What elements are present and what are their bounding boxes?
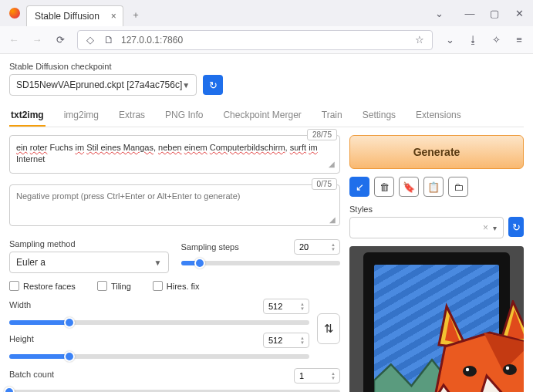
clear-styles-icon[interactable]: × <box>483 222 488 233</box>
download-icon[interactable]: ⭳ <box>467 34 479 46</box>
resize-handle-icon[interactable]: ◢ <box>329 215 336 224</box>
stepper-icon[interactable]: ▲▼ <box>331 240 339 254</box>
fox-graphic <box>430 300 524 392</box>
url-bar[interactable]: ◇ 🗋 127.0.0.1:7860 ☆ <box>77 30 433 50</box>
close-tab-icon[interactable]: × <box>111 11 116 22</box>
extensions-icon[interactable]: ✧ <box>490 34 502 46</box>
browser-tab[interactable]: Stable Diffusion × <box>26 5 123 26</box>
svg-point-10 <box>466 368 469 371</box>
tab-png-info[interactable]: PNG Info <box>164 105 204 127</box>
clipboard-icon: 📋 <box>427 181 440 193</box>
nav-forward-icon[interactable]: → <box>31 34 43 46</box>
width-slider[interactable] <box>9 320 309 325</box>
refresh-icon: ↻ <box>209 79 218 91</box>
stepper-icon[interactable]: ▲▼ <box>300 299 308 313</box>
styles-label: Styles <box>349 204 524 214</box>
chevron-down-icon: ▾ <box>493 224 497 232</box>
sampling-method-value: Euler a <box>16 257 46 268</box>
tab-train[interactable]: Train <box>320 105 344 127</box>
stepper-icon[interactable]: ▲▼ <box>300 333 308 347</box>
tab-checkpoint-merger[interactable]: Checkpoint Merger <box>221 105 302 127</box>
window-restore-icon[interactable]: ▢ <box>488 7 501 19</box>
refresh-icon: ↻ <box>512 221 521 233</box>
prompt-box: 28/75 ein roter Fuchs im Stil eines Mang… <box>9 135 340 174</box>
sampling-method-label: Sampling method <box>9 239 169 248</box>
bookmark-icon: 🔖 <box>403 181 415 193</box>
tab-extras[interactable]: Extras <box>117 105 147 127</box>
checkpoint-value: SD15NewVAEpruned.ckpt [27a4ac756c] <box>16 79 182 90</box>
main-tabs: txt2imgimg2imgExtrasPNG InfoCheckpoint M… <box>9 105 524 127</box>
resize-handle-icon[interactable]: ◢ <box>329 160 335 168</box>
styles-select[interactable]: × ▾ <box>349 217 504 238</box>
hires-fix-checkbox[interactable]: Hires. fix <box>153 281 200 291</box>
height-slider[interactable] <box>9 354 309 359</box>
bookmark-star-icon[interactable]: ☆ <box>413 34 426 46</box>
browser-toolbar: ← → ⟳ ◇ 🗋 127.0.0.1:7860 ☆ ⌄ ⭳ ✧ ≡ <box>0 26 533 54</box>
window-close-icon[interactable]: ✕ <box>513 7 525 19</box>
neg-prompt-counter: 0/75 <box>312 178 337 190</box>
tiling-checkbox[interactable]: Tiling <box>97 281 131 291</box>
browser-tabstrip: Stable Diffusion × ＋ ⌄ — ▢ ✕ <box>0 0 533 26</box>
firefox-logo-icon <box>9 8 20 19</box>
clipboard-button[interactable]: 📋 <box>423 177 444 197</box>
sampling-steps-label: Sampling steps <box>181 242 239 252</box>
folder-icon: 🗀 <box>454 181 464 193</box>
stepper-icon[interactable]: ▲▼ <box>331 369 339 383</box>
prompt-input[interactable]: ein roter Fuchs im Stil eines Mangas, ne… <box>9 135 340 174</box>
negative-prompt-input[interactable] <box>9 184 340 226</box>
checkpoint-label: Stable Diffusion checkpoint <box>9 62 524 71</box>
refresh-checkpoint-button[interactable]: ↻ <box>203 75 223 95</box>
tab-title: Stable Diffusion <box>35 11 100 22</box>
tab-txt2img[interactable]: txt2img <box>9 105 46 127</box>
chevron-down-icon: ▼ <box>182 81 190 90</box>
tab-img2img[interactable]: img2img <box>62 105 100 127</box>
chevron-down-icon[interactable]: ⌄ <box>433 7 445 19</box>
swap-dimensions-button[interactable]: ⇅ <box>317 313 340 344</box>
app-content: Stable Diffusion checkpoint SD15NewVAEpr… <box>0 54 533 392</box>
prompt-counter: 28/75 <box>307 129 337 140</box>
save-style-button[interactable]: 🔖 <box>399 177 419 197</box>
window-minimize-icon[interactable]: — <box>464 7 476 19</box>
output-preview <box>349 246 524 392</box>
svg-point-11 <box>503 364 517 375</box>
svg-point-12 <box>506 367 509 370</box>
pocket-icon[interactable]: ⌄ <box>444 34 456 46</box>
clear-button[interactable]: 🗑 <box>374 177 394 197</box>
arrow-icon: ↙ <box>356 181 364 193</box>
lock-icon: 🗋 <box>103 34 115 46</box>
svg-point-9 <box>463 366 477 377</box>
restore-faces-checkbox[interactable]: Restore faces <box>9 281 76 291</box>
shield-icon: ◇ <box>84 34 96 46</box>
reload-icon[interactable]: ⟳ <box>54 34 66 46</box>
sampling-steps-slider[interactable] <box>181 261 341 265</box>
new-tab-button[interactable]: ＋ <box>123 4 148 26</box>
nav-back-icon[interactable]: ← <box>8 34 20 46</box>
swap-icon: ⇅ <box>324 322 334 336</box>
batch-count-label: Batch count <box>9 370 54 379</box>
checkpoint-select[interactable]: SD15NewVAEpruned.ckpt [27a4ac756c] ▼ <box>9 74 197 96</box>
chevron-down-icon: ▼ <box>154 259 162 267</box>
folder-button[interactable]: 🗀 <box>448 177 468 197</box>
negative-prompt-box: 0/75 ◢ <box>9 184 340 228</box>
refresh-styles-button[interactable]: ↻ <box>508 217 524 237</box>
height-label: Height <box>9 334 39 343</box>
tab-settings[interactable]: Settings <box>361 105 397 127</box>
menu-icon[interactable]: ≡ <box>513 34 525 46</box>
url-text: 127.0.0.1:7860 <box>121 35 407 46</box>
prompt-text: ein roter Fuchs im Stil eines Mangas, ne… <box>16 142 333 166</box>
sampling-method-select[interactable]: Euler a ▼ <box>9 252 169 273</box>
tab-extensions[interactable]: Extensions <box>414 105 463 127</box>
apply-button[interactable]: ↙ <box>349 177 369 197</box>
generate-button[interactable]: Generate <box>349 135 524 169</box>
trash-icon: 🗑 <box>380 181 390 193</box>
width-label: Width <box>9 300 39 309</box>
checkpoint-section: Stable Diffusion checkpoint SD15NewVAEpr… <box>9 62 524 96</box>
